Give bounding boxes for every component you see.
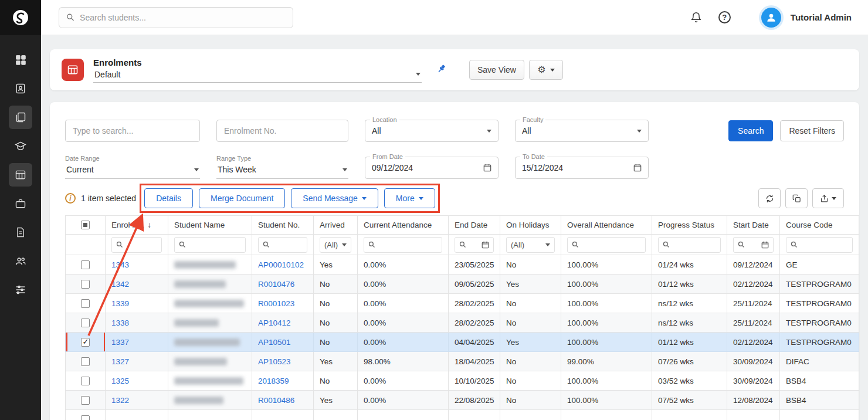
filters-row-1: Location All Faculty All Search Reset Fi… — [65, 120, 844, 142]
row-checkbox[interactable] — [81, 319, 90, 327]
user-name[interactable]: Tutorial Admin — [791, 12, 852, 22]
enrol-no-link[interactable]: 1327 — [111, 357, 129, 366]
enrol-no-link[interactable]: 1325 — [111, 377, 129, 385]
row-checkbox[interactable] — [81, 377, 90, 385]
search-button[interactable]: Search — [728, 120, 773, 141]
table-row[interactable]: 1338 AP10412 No 0.00% 28/02/2025 No 100.… — [66, 313, 859, 333]
enrol-no-link[interactable]: 1342 — [111, 280, 129, 289]
view-settings-button[interactable]: ⚙ — [529, 60, 563, 80]
reset-filters-button[interactable]: Reset Filters — [780, 120, 844, 141]
calendar-icon[interactable] — [482, 241, 489, 249]
sidebar-item-contacts[interactable] — [9, 77, 32, 100]
view-selector[interactable]: Default — [93, 69, 422, 83]
column-header-on-holidays[interactable]: On Holidays — [500, 216, 561, 235]
column-header-enrol-no[interactable]: Enrol No.↓ — [106, 216, 168, 235]
location-dropdown[interactable]: Location All — [365, 120, 499, 142]
sidebar-item-dashboard[interactable] — [9, 48, 32, 72]
column-header-end-date[interactable]: End Date — [449, 216, 500, 235]
more-button[interactable]: More — [384, 188, 435, 208]
filter-enrol-no[interactable] — [111, 237, 162, 253]
details-button[interactable]: Details — [144, 188, 193, 208]
enrol-no-link[interactable]: 1337 — [111, 338, 129, 347]
filter-student-no[interactable] — [258, 237, 307, 253]
enrol-no-link[interactable]: 1339 — [111, 299, 129, 308]
student-no-link[interactable]: AP10412 — [258, 319, 291, 327]
row-checkbox[interactable] — [81, 357, 90, 366]
pin-view-button[interactable] — [436, 63, 447, 76]
select-all-checkbox[interactable] — [81, 221, 90, 229]
filter-arrived[interactable]: (All) — [320, 237, 351, 253]
filter-on-holidays[interactable]: (All) — [506, 237, 555, 253]
column-header-progress-status[interactable]: Progress Status — [652, 216, 727, 235]
enrolment-no-filter-input[interactable] — [216, 120, 348, 142]
filter-overall-attendance[interactable] — [567, 237, 646, 253]
column-header-overall-attendance[interactable]: Overall Attendance — [561, 216, 652, 235]
refresh-button[interactable] — [758, 188, 781, 208]
filter-student-name[interactable] — [174, 237, 246, 253]
row-checkbox[interactable] — [81, 299, 90, 308]
student-no-link[interactable]: R0010486 — [258, 396, 294, 405]
column-header-course-code[interactable]: Course Code — [780, 216, 859, 235]
column-header-arrived[interactable]: Arrived — [314, 216, 358, 235]
column-header-select[interactable] — [66, 216, 106, 235]
filter-progress-status[interactable] — [658, 237, 721, 253]
row-checkbox[interactable] — [81, 280, 90, 289]
sidebar-item-enrolments[interactable] — [9, 163, 32, 187]
student-no-link[interactable]: R0010476 — [258, 280, 294, 289]
save-view-button[interactable]: Save View — [469, 60, 524, 80]
table-row[interactable]: 1325 2018359 No 0.00% 10/10/2025 No 100.… — [66, 371, 859, 391]
to-date-input[interactable]: To Date 15/12/2024 — [515, 157, 649, 179]
search-input[interactable] — [80, 13, 286, 22]
sidebar-item-documents[interactable] — [9, 106, 32, 129]
row-checkbox[interactable] — [81, 415, 90, 420]
student-no-link[interactable]: AP10523 — [258, 357, 291, 366]
row-checkbox[interactable] — [81, 260, 90, 269]
sidebar-item-users[interactable] — [9, 249, 32, 273]
student-no-link[interactable]: AP10501 — [258, 338, 291, 347]
table-row[interactable]: 1322 R0010486 Yes 0.00% 22/08/2025 No 10… — [66, 391, 859, 410]
notifications-button[interactable] — [690, 12, 702, 23]
filter-course-code[interactable] — [786, 237, 853, 253]
column-header-start-date[interactable]: Start Date — [727, 216, 780, 235]
table-row[interactable]: 1342 R0010476 No 0.00% 09/05/2025 Yes 10… — [66, 275, 859, 294]
sidebar-item-settings[interactable] — [9, 278, 32, 302]
sidebar-item-invoices[interactable] — [9, 221, 32, 244]
filter-end-date[interactable] — [455, 237, 494, 253]
export-button[interactable] — [812, 188, 844, 208]
sidebar-item-services[interactable] — [9, 192, 32, 215]
calendar-icon[interactable] — [633, 164, 642, 172]
keyword-filter-input[interactable] — [65, 120, 200, 142]
sidebar-item-courses[interactable] — [9, 134, 32, 158]
help-button[interactable]: ? — [718, 11, 731, 23]
column-header-student-name[interactable]: Student Name — [168, 216, 252, 235]
column-header-current-attendance[interactable]: Current Attendance — [358, 216, 449, 235]
table-row[interactable]: 1343 AP00010102 Yes 0.00% 23/05/2025 No … — [66, 255, 859, 275]
from-date-input[interactable]: From Date 09/12/2024 — [365, 157, 499, 179]
app-logo[interactable] — [0, 0, 41, 35]
table-row[interactable]: 1339 R0001023 No 0.00% 28/02/2025 No 100… — [66, 294, 859, 313]
column-header-student-no[interactable]: Student No. — [252, 216, 314, 235]
calendar-icon[interactable] — [483, 164, 491, 172]
student-no-link[interactable]: 2018359 — [258, 377, 289, 385]
row-checkbox[interactable] — [81, 338, 90, 347]
enrol-no-link[interactable]: 1343 — [111, 260, 129, 269]
student-no-link[interactable]: AP00010102 — [258, 260, 304, 269]
enrol-no-link[interactable]: 1322 — [111, 396, 129, 405]
global-search[interactable] — [59, 7, 293, 28]
calendar-icon[interactable] — [761, 241, 769, 249]
user-avatar[interactable] — [761, 8, 781, 28]
copy-grid-button[interactable] — [785, 188, 808, 208]
enrol-no-link[interactable]: 1338 — [111, 319, 129, 327]
date-range-dropdown[interactable]: Date Range Current — [65, 155, 200, 179]
filter-start-date[interactable] — [733, 237, 774, 253]
filter-current-attendance[interactable] — [364, 237, 442, 253]
student-no-link[interactable]: R0001023 — [258, 299, 294, 308]
range-type-dropdown[interactable]: Range Type This Week — [216, 155, 348, 179]
row-checkbox[interactable] — [81, 396, 90, 405]
merge-document-button[interactable]: Merge Document — [199, 188, 285, 208]
send-message-button[interactable]: Send Message — [291, 188, 378, 208]
table-row[interactable] — [66, 410, 859, 420]
table-row[interactable]: 1337 AP10501 No 0.00% 04/04/2025 Yes 100… — [66, 333, 859, 352]
faculty-dropdown[interactable]: Faculty All — [515, 120, 649, 142]
table-row[interactable]: 1327 AP10523 Yes 98.00% 18/04/2025 No 99… — [66, 352, 859, 371]
